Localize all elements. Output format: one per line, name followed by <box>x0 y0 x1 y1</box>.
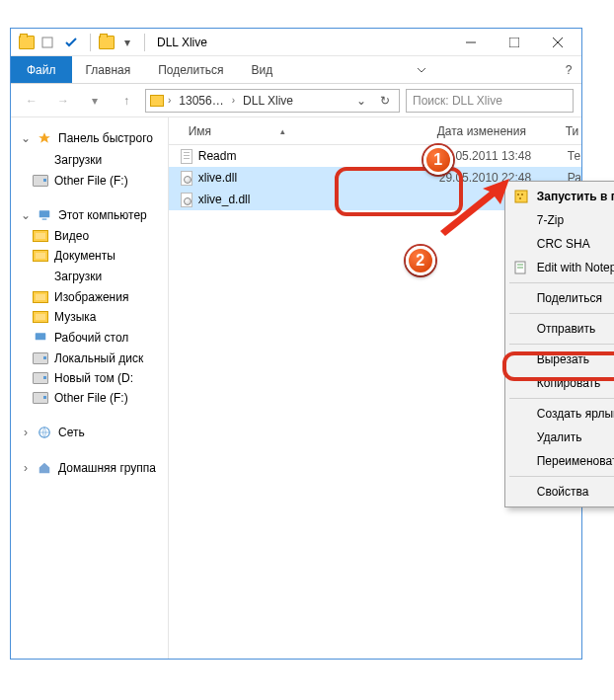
column-headers: Имя▴ Дата изменения Ти <box>169 117 581 145</box>
explorer-window: ▾ DLL Xlive Файл Главная Поделиться Вид … <box>10 28 582 660</box>
menu-separator <box>509 476 614 477</box>
menu-sandbox[interactable]: Запустить в песочнице <box>507 185 614 208</box>
menu-separator <box>509 282 614 283</box>
help-button[interactable]: ? <box>556 56 581 83</box>
nav-music[interactable]: Музыка <box>11 307 168 327</box>
back-button[interactable]: ← <box>19 88 44 114</box>
separator <box>90 34 91 51</box>
text-file-icon <box>181 149 192 164</box>
close-button[interactable] <box>536 29 579 56</box>
qat-properties-icon[interactable] <box>37 32 58 53</box>
qat-dropdown-icon[interactable]: ▾ <box>116 32 138 53</box>
ribbon-tabs: Файл Главная Поделиться Вид ? <box>11 56 581 84</box>
tab-home[interactable]: Главная <box>72 56 145 83</box>
dll-file-icon <box>181 171 192 186</box>
file-date: 17.05.2011 13:48 <box>439 149 568 163</box>
file-name: Readm <box>198 149 439 163</box>
nav-other-file[interactable]: Other File (F:) <box>11 388 168 408</box>
separator <box>144 34 145 51</box>
chevron-right-icon[interactable]: › <box>232 95 235 106</box>
nav-quick-access[interactable]: ⌄Панель быстрого <box>11 127 168 149</box>
folder-icon <box>19 36 35 49</box>
nav-new-volume[interactable]: Новый том (D: <box>11 368 168 388</box>
file-type: Те <box>568 149 580 163</box>
tab-view[interactable]: Вид <box>237 56 286 83</box>
folder-icon <box>150 95 164 107</box>
menu-rename[interactable]: Переименовать <box>507 449 614 473</box>
crumb[interactable]: 13056… <box>175 94 227 108</box>
file-list-pane: Имя▴ Дата изменения Ти Readm 17.05.2011 … <box>169 117 581 659</box>
minimize-button[interactable] <box>449 29 493 56</box>
expand-ribbon-button[interactable] <box>402 56 441 83</box>
address-dropdown[interactable]: ⌄ <box>351 94 371 108</box>
sort-asc-icon: ▴ <box>280 126 285 136</box>
nav-videos[interactable]: Видео <box>11 226 168 246</box>
annotation-callout-2: 2 <box>406 246 435 275</box>
sandboxie-icon <box>513 189 529 204</box>
recent-dropdown[interactable]: ▾ <box>82 88 108 114</box>
nav-downloads[interactable]: Загрузки <box>11 266 168 287</box>
svg-point-10 <box>517 194 519 195</box>
search-input[interactable]: Поиск: DLL Xlive <box>406 89 574 113</box>
folder-icon <box>99 36 115 49</box>
up-button[interactable]: ↑ <box>114 88 139 114</box>
nav-pictures[interactable]: Изображения <box>11 287 168 307</box>
svg-point-12 <box>519 197 521 199</box>
annotation-callout-1: 1 <box>423 145 453 175</box>
nav-downloads[interactable]: Загрузки <box>11 149 168 171</box>
context-menu: Запустить в песочнице 7-Zip▶ CRC SHA▶ Ed… <box>504 181 614 507</box>
file-name: xlive.dll <box>198 171 439 185</box>
menu-copy[interactable]: Копировать <box>507 371 614 395</box>
menu-separator <box>509 313 614 314</box>
tab-file[interactable]: Файл <box>11 56 72 83</box>
annotation-arrow <box>435 177 514 239</box>
svg-rect-9 <box>515 191 527 202</box>
window-title: DLL Xlive <box>157 36 207 49</box>
address-bar: ← → ▾ ↑ › 13056… › DLL Xlive ⌄ ↻ Поиск: … <box>11 84 581 117</box>
nav-other-file[interactable]: Other File (F:) <box>11 171 168 191</box>
quick-access-toolbar: ▾ <box>13 32 138 53</box>
qat-check-icon[interactable] <box>60 32 82 53</box>
col-name[interactable]: Имя▴ <box>181 124 437 138</box>
svg-point-11 <box>521 194 523 195</box>
menu-separator <box>509 344 614 345</box>
menu-sendto[interactable]: Отправить▶ <box>507 317 614 341</box>
nav-network[interactable]: ›Сеть <box>11 422 168 443</box>
menu-separator <box>509 398 614 399</box>
menu-crcsha[interactable]: CRC SHA▶ <box>507 232 614 256</box>
window-controls <box>449 29 579 56</box>
col-date[interactable]: Дата изменения <box>437 124 566 138</box>
forward-button[interactable]: → <box>50 88 76 114</box>
title-bar: ▾ DLL Xlive <box>11 29 581 56</box>
menu-7zip[interactable]: 7-Zip▶ <box>507 208 614 232</box>
svg-rect-5 <box>39 210 50 217</box>
search-placeholder: Поиск: DLL Xlive <box>413 94 502 108</box>
menu-cut[interactable]: Вырезать <box>507 348 614 371</box>
menu-properties[interactable]: Свойства <box>507 480 614 504</box>
nav-desktop[interactable]: Рабочий стол <box>11 327 168 349</box>
dll-file-icon <box>181 193 192 207</box>
svg-rect-7 <box>36 333 46 340</box>
col-type[interactable]: Ти <box>566 124 581 138</box>
file-row[interactable]: Readm 17.05.2011 13:48 Те <box>169 145 581 167</box>
breadcrumb[interactable]: › 13056… › DLL Xlive ⌄ ↻ <box>145 89 400 113</box>
crumb[interactable]: DLL Xlive <box>239 94 297 108</box>
menu-delete[interactable]: Удалить <box>507 426 614 449</box>
svg-rect-6 <box>42 219 47 220</box>
menu-notepadpp[interactable]: Edit with Notepad++ <box>507 256 614 279</box>
menu-share[interactable]: Поделиться <box>507 286 614 310</box>
tab-share[interactable]: Поделиться <box>144 56 237 83</box>
navigation-pane: ⌄Панель быстрого Загрузки Other File (F:… <box>11 117 169 659</box>
menu-create-shortcut[interactable]: Создать ярлык <box>507 402 614 426</box>
nav-local-disk[interactable]: Локальный диск <box>11 349 168 368</box>
file-name: xlive_d.dll <box>198 193 439 206</box>
svg-rect-2 <box>509 38 519 47</box>
nav-documents[interactable]: Документы <box>11 246 168 266</box>
nav-homegroup[interactable]: ›Домашняя группа <box>11 457 168 479</box>
chevron-right-icon[interactable]: › <box>168 95 171 106</box>
notepadpp-icon <box>513 260 529 275</box>
svg-rect-0 <box>42 38 52 47</box>
refresh-button[interactable]: ↻ <box>375 94 395 108</box>
maximize-button[interactable] <box>493 29 536 56</box>
nav-this-pc[interactable]: ⌄Этот компьютер <box>11 204 168 226</box>
